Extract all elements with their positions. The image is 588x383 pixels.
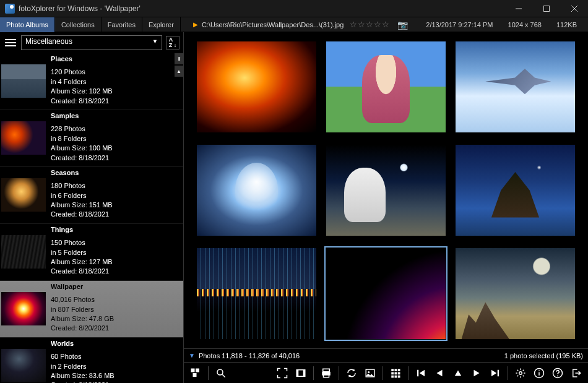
- photo-thumbnail[interactable]: [196, 247, 317, 340]
- album-name: Things: [51, 225, 113, 235]
- svg-rect-27: [498, 369, 499, 376]
- svg-rect-30: [538, 372, 540, 375]
- print-button[interactable]: [318, 365, 334, 381]
- svg-rect-24: [395, 375, 397, 377]
- next-button[interactable]: [469, 365, 485, 381]
- svg-rect-31: [538, 370, 540, 371]
- file-path: C:\Users\Rio\Pictures\Wallpaper\Des...\(…: [202, 21, 344, 28]
- photo-thumbnail[interactable]: [326, 41, 446, 133]
- svg-rect-17: [391, 369, 394, 371]
- photo-thumbnail[interactable]: [196, 144, 317, 236]
- last-button[interactable]: [487, 365, 503, 381]
- album-thumbnail: [1, 349, 46, 382]
- status-range: Photos 11,818 - 11,826 of 40,016: [199, 352, 300, 359]
- sort-button[interactable]: AZ ↓: [166, 36, 179, 49]
- svg-rect-11: [303, 369, 305, 376]
- album-things[interactable]: Things 150 Photos in 5 Folders Album Siz…: [0, 224, 183, 281]
- svg-rect-25: [398, 375, 400, 377]
- filmstrip-button[interactable]: [293, 365, 309, 381]
- play-icon: ▶: [193, 21, 198, 28]
- album-thumbnail: [1, 64, 46, 98]
- first-button[interactable]: [413, 365, 429, 381]
- svg-rect-26: [417, 369, 418, 376]
- minimize-button[interactable]: [504, 0, 532, 17]
- svg-rect-4: [191, 368, 195, 372]
- prev-button[interactable]: [431, 365, 447, 381]
- photo-thumbnail[interactable]: [196, 41, 317, 133]
- album-info: Places 120 Photos in 4 Folders Album Siz…: [51, 54, 113, 106]
- category-dropdown[interactable]: Miscellaneous: [21, 35, 162, 50]
- scroll-indicator: ⬆ ▲: [175, 53, 183, 383]
- close-button[interactable]: [560, 0, 588, 17]
- svg-rect-6: [193, 373, 197, 377]
- scroll-up-button[interactable]: ▲: [175, 66, 183, 77]
- album-info: Wallpaper 40,016 Photos in 807 Folders A…: [51, 282, 114, 334]
- album-samples[interactable]: Samples 228 Photos in 8 Folders Album Si…: [0, 110, 183, 167]
- svg-rect-18: [395, 369, 397, 371]
- album-places[interactable]: Places 120 Photos in 4 Folders Album Siz…: [0, 53, 183, 110]
- svg-point-16: [368, 371, 370, 373]
- search-button[interactable]: [213, 365, 229, 381]
- tab-photo-albums[interactable]: Photo Albums: [0, 17, 55, 32]
- help-button[interactable]: [550, 365, 566, 381]
- maximize-button[interactable]: [532, 0, 560, 17]
- path-bar: ▶ C:\Users\Rio\Pictures\Wallpaper\Des...…: [193, 20, 408, 30]
- rating-stars[interactable]: ☆☆☆☆☆: [350, 20, 390, 29]
- up-button[interactable]: [450, 365, 466, 381]
- tabs-row: Photo Albums Collections Favorites Explo…: [0, 17, 588, 32]
- photo-thumbnail-selected[interactable]: [326, 247, 446, 340]
- file-dimensions: 1024 x 768: [508, 21, 542, 28]
- menu-icon[interactable]: [4, 36, 17, 49]
- tab-explorer[interactable]: Explorer: [142, 17, 181, 32]
- svg-rect-20: [391, 372, 394, 374]
- file-size: 112KB: [556, 21, 577, 28]
- album-name: Seasons: [51, 168, 113, 178]
- album-info: Samples 228 Photos in 8 Folders Album Si…: [51, 111, 113, 163]
- scroll-top-button[interactable]: ⬆: [175, 53, 183, 64]
- tab-favorites[interactable]: Favorites: [102, 17, 142, 32]
- svg-rect-5: [196, 368, 199, 372]
- exit-button[interactable]: [568, 365, 584, 381]
- photo-thumbnail[interactable]: [326, 144, 446, 236]
- fullscreen-button[interactable]: [274, 365, 290, 381]
- thumbnail-grid: [184, 32, 588, 348]
- photo-thumbnail[interactable]: [455, 247, 576, 340]
- status-right: 2/13/2017 9:27:14 PM 1024 x 768 112KB: [426, 21, 588, 28]
- bottom-toolbar: [184, 362, 588, 383]
- chevron-down-icon[interactable]: ▼: [189, 352, 195, 359]
- camera-icon[interactable]: 📷: [397, 20, 408, 30]
- refresh-button[interactable]: [344, 365, 360, 381]
- app-logo-icon: [5, 4, 15, 14]
- album-thumbnail: [1, 178, 46, 212]
- album-thumbnail: [1, 235, 46, 269]
- title-bar: fotoXplorer for Windows - 'Wallpaper': [0, 0, 588, 17]
- grid-view-button[interactable]: [387, 365, 404, 381]
- photo-thumbnail[interactable]: [455, 41, 576, 133]
- info-button[interactable]: [531, 365, 547, 381]
- album-worlds[interactable]: Worlds 60 Photos in 2 Folders Album Size…: [0, 338, 183, 383]
- settings-button[interactable]: [512, 365, 529, 381]
- album-name: Places: [51, 54, 113, 64]
- window-title: fotoXplorer for Windows - 'Wallpaper': [19, 4, 141, 13]
- window-controls: [504, 0, 588, 17]
- album-thumbnail: [1, 292, 46, 325]
- tab-collections[interactable]: Collections: [55, 17, 102, 32]
- album-info: Seasons 180 Photos in 6 Folders Album Si…: [51, 168, 113, 220]
- status-selection: 1 photo selected (195 KB): [504, 352, 583, 359]
- image-button[interactable]: [362, 365, 378, 381]
- svg-rect-21: [395, 372, 397, 374]
- layout-button[interactable]: [188, 365, 204, 381]
- photo-thumbnail[interactable]: [455, 144, 576, 236]
- album-name: Samples: [51, 111, 113, 121]
- album-info: Worlds 60 Photos in 2 Folders Album Size…: [51, 339, 115, 383]
- album-name: Wallpaper: [51, 282, 114, 291]
- svg-rect-1: [543, 6, 549, 11]
- svg-rect-10: [296, 369, 298, 376]
- sidebar-toolbar: Miscellaneous AZ ↓: [0, 32, 183, 53]
- file-datetime: 2/13/2017 9:27:14 PM: [426, 21, 493, 28]
- grid-wrap: ▼ Photos 11,818 - 11,826 of 40,016 1 pho…: [184, 32, 588, 383]
- album-seasons[interactable]: Seasons 180 Photos in 6 Folders Album Si…: [0, 167, 183, 224]
- svg-rect-12: [323, 369, 330, 372]
- svg-rect-33: [557, 375, 558, 376]
- album-wallpaper[interactable]: Wallpaper 40,016 Photos in 807 Folders A…: [0, 281, 183, 338]
